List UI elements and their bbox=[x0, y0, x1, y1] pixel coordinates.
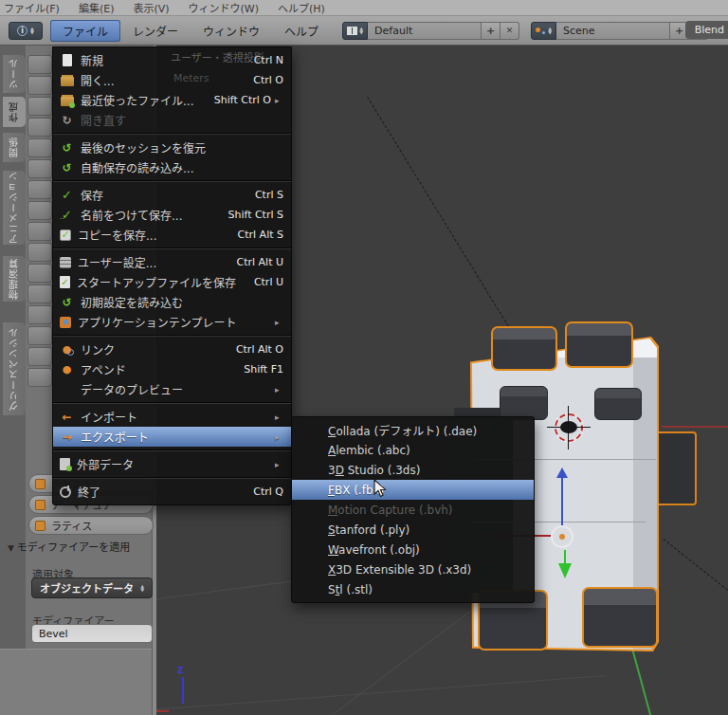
shelf-button[interactable]: ラティス bbox=[28, 516, 154, 535]
export-menu-item[interactable]: Collada (デフォルト) (.dae) bbox=[292, 420, 534, 440]
tool-icon-circle-curve[interactable] bbox=[27, 264, 52, 283]
os-menu-item[interactable]: ファイル(F) bbox=[4, 0, 60, 15]
version-text: Blend bbox=[685, 21, 728, 39]
menu-item-shortcut: Ctrl Alt S bbox=[238, 229, 283, 241]
file-menu-item[interactable]: アペンドShift F1 bbox=[53, 359, 291, 379]
os-menu-item[interactable]: 表示(V) bbox=[133, 0, 169, 15]
os-menu-item[interactable]: ウィンドウ(W) bbox=[189, 0, 259, 15]
session-icon bbox=[60, 141, 74, 155]
tool-icon-text[interactable] bbox=[27, 326, 52, 345]
file-menu-item[interactable]: 最後のセッションを復元 bbox=[53, 138, 291, 157]
os-menu-item[interactable]: 編集(E) bbox=[79, 0, 115, 15]
close-layout-button[interactable] bbox=[500, 22, 519, 40]
manipulator-z-arrow[interactable] bbox=[556, 468, 568, 478]
file-menu: 新規Ctrl N開く...Ctrl O最近使ったファイル...Shift Ctr… bbox=[52, 46, 292, 505]
export-icon bbox=[60, 431, 74, 444]
menu-item-label: 名前をつけて保存... bbox=[81, 207, 216, 223]
savecopy-icon bbox=[60, 229, 71, 241]
export-menu-item[interactable]: Stl (.stl) bbox=[292, 579, 534, 599]
screen-layout-name-field[interactable]: Default bbox=[368, 22, 482, 40]
scene-browse-button[interactable] bbox=[531, 22, 556, 40]
prefs-icon bbox=[60, 257, 71, 268]
menu-separator bbox=[53, 180, 291, 182]
file-menu-item[interactable]: 最近使ったファイル...Shift Ctrl O bbox=[53, 90, 291, 110]
tool-icon-path[interactable] bbox=[27, 305, 52, 324]
tool-icon-metaball[interactable] bbox=[27, 347, 52, 366]
tool-icon-cube[interactable] bbox=[27, 76, 52, 95]
header-menus: ファイルレンダーウィンドウヘルプ bbox=[50, 20, 331, 42]
export-menu-item[interactable]: 3D Studio (.3ds) bbox=[292, 460, 534, 480]
tool-icon-plane[interactable] bbox=[27, 55, 52, 74]
file-menu-item[interactable]: 終了Ctrl Q bbox=[53, 482, 291, 502]
menu-item-label: X3D Extensible 3D (.x3d) bbox=[328, 563, 526, 577]
shelf-tab[interactable]: グリースペンシル bbox=[3, 322, 26, 415]
os-menu-item[interactable]: ヘルプ(H) bbox=[278, 0, 325, 15]
brick-foot bbox=[582, 587, 658, 648]
file-menu-item[interactable]: コピーを保存...Ctrl Alt S bbox=[53, 225, 291, 245]
file-menu-item[interactable]: 保存Ctrl S bbox=[53, 185, 291, 205]
file-menu-item[interactable]: 自動保存の読み込み... bbox=[53, 157, 291, 177]
modifier-name-field[interactable]: Bevel bbox=[31, 624, 153, 643]
menu-item-label: リンク bbox=[81, 341, 225, 358]
menu-item-label: 開き直す bbox=[81, 112, 283, 128]
header-menu-item[interactable]: ファイル bbox=[50, 20, 120, 42]
export-menu-item[interactable]: X3D Extensible 3D (.x3d) bbox=[292, 559, 534, 579]
export-menu-item[interactable]: Alembic (.abc) bbox=[292, 440, 534, 460]
tool-icon-monkey[interactable] bbox=[27, 222, 52, 241]
file-menu-item[interactable]: エクスポート bbox=[53, 427, 291, 447]
operator-panel-header[interactable]: モディファイアーを適用 bbox=[8, 539, 130, 554]
file-menu-item[interactable]: アプリケーションテンプレート bbox=[53, 312, 291, 332]
file-menu-item[interactable]: ユーザー設定...Ctrl Alt U bbox=[53, 252, 291, 272]
apply-as-dropdown[interactable]: オブジェクトデータ bbox=[31, 578, 153, 598]
header-menu-item[interactable]: ヘルプ bbox=[272, 20, 331, 42]
shelf-tab[interactable]: 物理演算 bbox=[3, 256, 26, 302]
startup-icon bbox=[60, 276, 70, 288]
export-menu-item[interactable]: FBX (.fbx) bbox=[292, 480, 534, 500]
menu-item-label: コピーを保存... bbox=[78, 227, 227, 243]
manipulator-z-axis[interactable] bbox=[561, 477, 563, 526]
file-menu-item[interactable]: 名前をつけて保存...Shift Ctrl S bbox=[53, 205, 291, 225]
menu-item-shortcut: Shift Ctrl S bbox=[228, 209, 283, 221]
tool-icon-cylinder[interactable] bbox=[27, 138, 52, 157]
menu-separator bbox=[53, 477, 291, 479]
shelf-tab[interactable]: ツール bbox=[3, 55, 26, 93]
export-menu-item[interactable]: Wavefront (.obj) bbox=[292, 540, 534, 559]
chevron-updown-icon bbox=[359, 27, 363, 34]
menu-separator bbox=[53, 402, 291, 404]
export-menu-item[interactable]: Stanford (.ply) bbox=[292, 520, 534, 540]
file-menu-item[interactable]: 外部データ bbox=[53, 454, 291, 474]
submenu-arrow-icon bbox=[275, 412, 283, 422]
file-menu-item[interactable]: 開く...Ctrl O bbox=[53, 70, 291, 90]
viewport-view-label: ユーザー・透視投影 bbox=[171, 49, 264, 64]
menu-item-shortcut: Ctrl Alt U bbox=[236, 256, 283, 268]
tool-icon-bezier-curve[interactable] bbox=[27, 243, 52, 262]
tool-icon-uv-sphere[interactable] bbox=[27, 118, 52, 137]
file-menu-item[interactable]: 初期設定を読み込む bbox=[53, 292, 291, 312]
screen-layout-browse-button[interactable] bbox=[342, 22, 368, 40]
shelf-tab[interactable]: 関係 bbox=[3, 133, 26, 162]
tool-icon-grid[interactable] bbox=[27, 201, 52, 220]
menu-item-shortcut: Ctrl Q bbox=[253, 486, 283, 498]
shelf-tab[interactable]: アニメーション bbox=[3, 171, 26, 245]
tool-icon-empty[interactable] bbox=[27, 368, 52, 387]
header-menu-item[interactable]: ウィンドウ bbox=[191, 20, 272, 42]
editor-type-selector[interactable] bbox=[9, 22, 43, 40]
add-layout-button[interactable] bbox=[482, 22, 500, 40]
file-menu-item[interactable]: インポート bbox=[53, 407, 291, 427]
header-menu-item[interactable]: レンダー bbox=[120, 20, 191, 42]
manipulator-y-arrow[interactable] bbox=[558, 563, 572, 578]
file-menu-item[interactable]: スタートアップファイルを保存Ctrl U bbox=[53, 272, 291, 292]
tool-icon-circle[interactable] bbox=[27, 97, 52, 116]
menu-item-shortcut: Ctrl O bbox=[253, 74, 283, 86]
tool-icon-cone[interactable] bbox=[27, 159, 52, 178]
shelf-tab[interactable]: 作成 bbox=[3, 97, 26, 127]
menu-separator bbox=[53, 248, 291, 249]
tool-icon-nurbs-curve[interactable] bbox=[27, 284, 52, 303]
chevron-updown-icon bbox=[548, 27, 552, 34]
apply-as-value: オブジェクトデータ bbox=[40, 580, 134, 596]
scene-icon bbox=[536, 27, 546, 35]
scene-name-field[interactable]: Scene bbox=[556, 22, 670, 40]
tool-icon-torus[interactable] bbox=[27, 180, 52, 199]
file-menu-item[interactable]: リンクCtrl Alt O bbox=[53, 339, 291, 359]
file-menu-item[interactable]: データのプレビュー bbox=[53, 379, 291, 399]
